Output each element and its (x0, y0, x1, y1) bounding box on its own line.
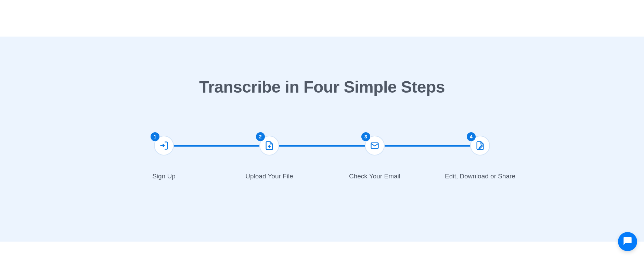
step-number-badge: 2 (256, 132, 265, 141)
file-edit-icon (475, 141, 485, 150)
step-item-edit: 4 Edit, Download or Share (470, 136, 490, 155)
bottom-spacer (0, 242, 644, 258)
step-number-badge: 1 (151, 132, 159, 141)
step-item-email: 3 Check Your Email (365, 136, 385, 155)
step-number-badge: 3 (361, 132, 370, 141)
step-icon-wrapper: 3 (365, 136, 385, 155)
sign-in-icon (159, 141, 169, 150)
steps-row: 1 Sign Up (154, 136, 490, 155)
step-label: Edit, Download or Share (445, 173, 515, 180)
file-upload-icon (265, 141, 274, 150)
step-icon-wrapper: 4 (470, 136, 490, 155)
top-spacer (0, 0, 644, 37)
steps-container: 1 Sign Up (154, 136, 490, 155)
connector-line (279, 145, 365, 147)
step-label: Upload Your File (245, 173, 293, 180)
step-label: Sign Up (152, 173, 176, 180)
connector-line (385, 145, 470, 147)
step-item-signup: 1 Sign Up (154, 136, 174, 155)
section-title: Transcribe in Four Simple Steps (199, 78, 445, 96)
step-label: Check Your Email (349, 173, 400, 180)
chat-icon (623, 236, 632, 247)
step-icon-wrapper: 2 (259, 136, 279, 155)
step-item-upload: 2 Upload Your (259, 136, 279, 155)
email-icon (370, 141, 379, 150)
connector-line (174, 145, 259, 147)
steps-section: Transcribe in Four Simple Steps 1 (0, 37, 644, 242)
chat-button[interactable] (618, 232, 637, 251)
step-number-badge: 4 (467, 132, 476, 141)
step-icon-wrapper: 1 (154, 136, 174, 155)
